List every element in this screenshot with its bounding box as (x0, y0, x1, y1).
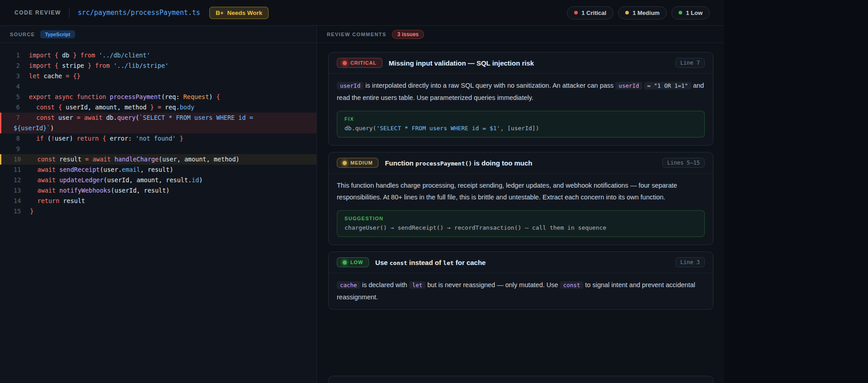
code-token (30, 176, 37, 184)
grade-badge: B+ Needs Work (209, 7, 269, 19)
language-chip: TypeScript (40, 30, 75, 38)
code-token: notifyWebhooks (59, 187, 111, 194)
line-reference[interactable]: Line 3 (675, 257, 705, 267)
code-token: ) (69, 135, 76, 142)
count-pill-medium[interactable]: 1 Medium (618, 6, 667, 19)
code-token: from (95, 62, 113, 69)
issue-card-list: CRITICALMissing input validation — SQL i… (317, 43, 724, 383)
code-line-7[interactable]: 7 const user = await db.query(`SELECT * … (0, 113, 316, 133)
code-token: } (146, 104, 157, 111)
code-token: : (176, 93, 183, 100)
code-token: email (122, 166, 141, 173)
fix-code-segment: , [userId]) (500, 125, 539, 132)
line-number: 12 (14, 175, 21, 185)
code-token: '../lib/stripe' (113, 62, 169, 69)
issue-description: This function handles charge processing,… (329, 174, 713, 209)
issue-card-medium: MEDIUMFunction processPayment() is doing… (328, 152, 713, 245)
code-token: db (62, 52, 69, 59)
source-panel-header: SOURCE TypeScript (0, 26, 316, 43)
code-token: , (88, 104, 95, 111)
code-token: , (177, 156, 184, 163)
review-panel-label: REVIEW COMMENTS (327, 32, 387, 37)
code-token: {} (73, 72, 80, 80)
issue-title: Missing input validation — SQL injection… (389, 59, 534, 67)
review-panel: REVIEW COMMENTS 3 issues CRITICALMissing… (317, 26, 724, 383)
line-reference[interactable]: Lines 5–15 (662, 158, 705, 168)
severity-badge-critical: CRITICAL (337, 58, 382, 68)
code-token: let (29, 72, 44, 80)
code-token: export (29, 93, 55, 100)
inline-code-chip: cache (337, 281, 360, 289)
code-token: . (118, 166, 122, 173)
description-text: is declared with (360, 281, 409, 288)
code-line-12: 12 await updateLedger(userId, amount, re… (0, 175, 316, 185)
code-token: return (38, 197, 63, 204)
code-token: } (176, 135, 183, 142)
code-token: ${userId}` (14, 124, 50, 132)
code-line-15: 15} (0, 206, 316, 217)
review-panel-header: REVIEW COMMENTS 3 issues (317, 26, 724, 43)
code-token: Request (183, 93, 209, 100)
low-dot-icon (343, 260, 347, 265)
code-token: { (55, 62, 62, 69)
code-token: ! (51, 135, 55, 142)
count-pill-critical[interactable]: 1 Critical (567, 6, 613, 19)
code-line-10[interactable]: 10 const result = await handleCharge(use… (0, 154, 316, 165)
issue-card-header[interactable]: MEDIUMFunction processPayment() is doing… (329, 152, 713, 174)
line-number: 1 (14, 50, 20, 61)
code-line-9: 9 (0, 144, 316, 154)
code-token: : (128, 135, 136, 142)
code-token: `SELECT * FROM users WHERE id = (139, 114, 253, 121)
issue-card-header[interactable]: CRITICALMissing input validation — SQL i… (329, 52, 713, 74)
count-pill-label: 1 Medium (632, 9, 660, 16)
code-token: ( (47, 135, 51, 142)
code-token: const (38, 156, 60, 163)
line-reference[interactable]: Line 7 (675, 58, 705, 68)
line-number: 10 (14, 154, 21, 165)
code-token: , (117, 104, 124, 111)
line-number: 7 (14, 113, 20, 123)
description-text: This function handles charge processing,… (337, 182, 677, 201)
code-line-1: 1import { db } from '../db/client' (0, 50, 316, 61)
panels-row: SOURCE TypeScript 1import { db } from '.… (0, 26, 724, 383)
code-token: import (29, 52, 55, 59)
line-number: 4 (14, 81, 20, 92)
line-number: 8 (14, 133, 20, 144)
code-token: await (92, 156, 114, 163)
code-token: await (38, 187, 60, 194)
issue-title-segment: Missing input validation — SQL injection… (389, 59, 534, 67)
app-title: CODE REVIEW (14, 9, 61, 16)
code-token: 'not found' (136, 135, 176, 142)
code-token: ( (159, 156, 162, 163)
code-token: await (84, 114, 106, 121)
code-token: user (55, 135, 70, 142)
code-token: , (140, 166, 147, 173)
issue-card-partial (328, 376, 713, 383)
code-token: ( (104, 176, 107, 184)
count-pill-low[interactable]: 1 Low (671, 6, 710, 19)
code-token: { (58, 104, 66, 111)
fix-code-segment: 'SELECT * FROM users WHERE id = $1' (376, 125, 500, 132)
code-token (30, 166, 37, 173)
issue-description: cache is declared with let but is never … (329, 273, 713, 309)
code-token: const (36, 114, 58, 121)
code-token: } (30, 208, 33, 215)
description-text: is interpolated directly into a raw SQL … (363, 82, 615, 89)
severity-badge-label: MEDIUM (350, 160, 373, 165)
code-token: ) (236, 156, 240, 163)
code-token: amount (95, 104, 117, 111)
code-token: amount (184, 156, 207, 163)
fix-box: FIXdb.query('SELECT * FROM users WHERE i… (337, 111, 705, 137)
code-token: req (165, 93, 176, 100)
code-token: if (36, 135, 47, 142)
code-token: sendReceipt (59, 166, 99, 173)
description-text: but is never reassigned — only mutated. … (425, 281, 560, 288)
code-token: handleCharge (114, 156, 159, 163)
issue-title-segment: processPayment() (415, 160, 472, 167)
code-token: , (207, 156, 214, 163)
code-token: processPayment (110, 93, 161, 100)
issue-card-header[interactable]: LOWUse const instead of let for cacheLin… (329, 252, 713, 273)
code-line-3: 3let cache = {} (0, 71, 316, 81)
grade-value: B+ (216, 9, 224, 16)
code-token (30, 197, 37, 204)
